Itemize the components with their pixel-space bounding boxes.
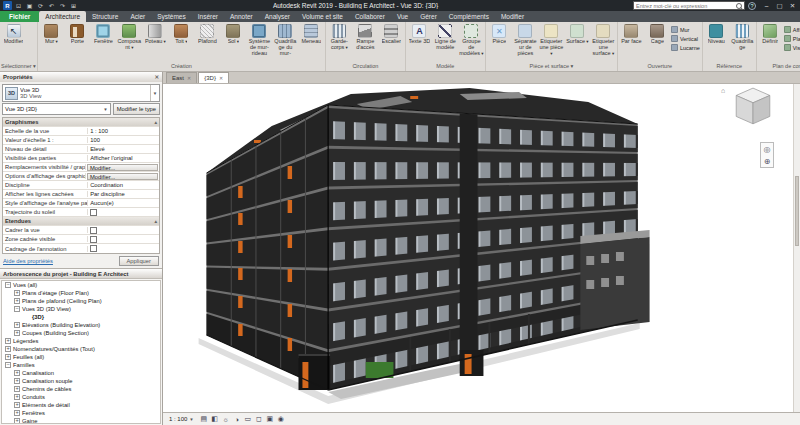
tree-expand-icon[interactable] [14, 370, 20, 376]
qat-icon[interactable]: ⟳ [36, 1, 45, 10]
tree-expand-icon[interactable] [14, 378, 20, 384]
tree-item[interactable]: Plans de plafond (Ceiling Plan) [2, 297, 160, 305]
tree-expand-icon[interactable] [14, 394, 20, 400]
ribbon-button[interactable]: Groupe de modèles [459, 23, 484, 56]
tree-item[interactable]: Fenêtres [2, 409, 160, 417]
ribbon-button[interactable]: Texte 3D [407, 23, 432, 56]
tree-expand-icon[interactable] [5, 354, 11, 360]
view-control-icon[interactable]: ◉ [276, 414, 286, 424]
tree-expand-icon[interactable] [14, 386, 20, 392]
qat-icon[interactable]: ⊡ [14, 1, 23, 10]
apply-button[interactable]: Appliquer [119, 256, 160, 266]
tree-expand-icon[interactable] [23, 314, 30, 321]
view-control-icon[interactable]: ◧ [210, 414, 220, 424]
ribbon-small-button[interactable]: Plan de référence [783, 34, 800, 43]
element-filter-dropdown[interactable]: Vue 3D {3D} ▼ [2, 103, 111, 115]
tree-expand-icon[interactable] [14, 418, 20, 424]
tree-expand-icon[interactable] [14, 290, 20, 296]
ribbon-tab[interactable]: Compléments [443, 11, 495, 22]
ribbon-button[interactable]: Par face [619, 23, 644, 56]
qat-icon[interactable]: ↶ [47, 1, 56, 10]
qat-icon[interactable]: ▣ [25, 1, 34, 10]
tree-item[interactable]: Gaine [2, 417, 160, 424]
ribbon-tab[interactable]: Volume et site [296, 11, 349, 22]
panel-label[interactable]: Sélectionner ▾ [1, 62, 36, 71]
ribbon-tab[interactable]: Acier [124, 11, 151, 22]
panel-label[interactable]: Modèle [407, 62, 484, 71]
ribbon-tab[interactable]: Vue [391, 11, 414, 22]
tree-expand-icon[interactable] [14, 298, 20, 304]
ribbon-small-button[interactable]: Afficher [783, 25, 800, 34]
viewcube-home-icon[interactable]: ⌂ [721, 87, 725, 94]
ribbon-tab[interactable]: Annoter [224, 11, 259, 22]
ribbon-button[interactable]: Définir [758, 23, 783, 56]
ribbon-button[interactable]: Etiqueter une surface [591, 23, 616, 56]
qat-icon[interactable]: ↷ [58, 1, 67, 10]
panel-label[interactable]: Référence [704, 62, 755, 71]
close-tab-icon[interactable]: ✕ [219, 75, 223, 81]
ribbon-button[interactable]: Plafond [195, 23, 220, 56]
close-tab-icon[interactable]: ✕ [187, 75, 191, 81]
search-input[interactable] [636, 3, 734, 9]
tree-item[interactable]: Feuilles (all) [2, 353, 160, 361]
zoom-icon[interactable]: ⊕ [761, 155, 773, 167]
ribbon-small-button[interactable]: Lucarne [670, 43, 701, 52]
chevron-down-icon[interactable]: ▼ [150, 85, 159, 101]
ribbon-small-button[interactable]: Visionneuse [783, 43, 800, 52]
tree-expand-icon[interactable] [14, 330, 20, 336]
tree-item[interactable]: Canalisation [2, 369, 160, 377]
panel-label[interactable]: Création [39, 62, 324, 71]
edit-type-button[interactable]: Modifier le type [113, 103, 160, 115]
view-control-icon[interactable]: ☼ [221, 414, 231, 424]
window-button[interactable]: ✕ [788, 2, 797, 10]
tree-item[interactable]: Canalisation souple [2, 377, 160, 385]
ribbon-button[interactable]: Composant [117, 23, 142, 56]
view-tab[interactable]: {3D} ✕ [198, 72, 229, 83]
search-icon[interactable] [736, 3, 742, 9]
qat-icon[interactable]: R [3, 1, 12, 10]
ribbon-button[interactable]: Porte [65, 23, 90, 56]
tree-expand-icon[interactable] [14, 410, 20, 416]
ribbon-button[interactable]: Quadrillage du mur-rideau [273, 23, 298, 56]
view-control-icon[interactable]: ◻ [254, 414, 264, 424]
tree-item[interactable]: Plans d'étage (Floor Plan) [2, 289, 160, 297]
tree-expand-icon[interactable] [14, 402, 20, 408]
scale-button[interactable]: 1 : 100 ▼ [166, 415, 197, 423]
ribbon-button[interactable]: Etiqueter une pièce [539, 23, 564, 56]
ribbon-tab[interactable]: Structure [86, 11, 124, 22]
ribbon-button[interactable]: Sol [221, 23, 246, 56]
tree-item[interactable]: Vues (all) [2, 281, 160, 289]
tree-item[interactable]: Nomenclatures/Quantités (Tout) [2, 345, 160, 353]
tree-expand-icon[interactable] [5, 362, 11, 368]
ribbon-button[interactable]: Garde-corps [327, 23, 352, 56]
panel-label[interactable]: Plan de construction [758, 62, 800, 71]
window-button[interactable]: – [762, 2, 771, 10]
tree-item[interactable]: Vues 3D (3D View) [2, 305, 160, 313]
ribbon-button[interactable]: Cage [645, 23, 670, 56]
tree-item[interactable]: Chemins de câbles [2, 385, 160, 393]
ribbon-button[interactable]: Ligne de modèle [433, 23, 458, 56]
scrollbar-thumb[interactable] [795, 176, 799, 246]
ribbon-button[interactable]: Quadrillage [730, 23, 755, 56]
tree-expand-icon[interactable] [5, 338, 11, 344]
view-tab[interactable]: East ✕ [166, 72, 197, 83]
properties-help-link[interactable]: Aide des propriétés [3, 258, 53, 264]
panel-label[interactable]: Circulation [327, 62, 404, 71]
tree-item[interactable]: Familles [2, 361, 160, 369]
qat-icon[interactable]: ⊞ [69, 1, 78, 10]
tree-item[interactable]: Légendes [2, 337, 160, 345]
ribbon-tab[interactable]: Systèmes [151, 11, 192, 22]
ribbon-tab[interactable]: Analyser [259, 11, 296, 22]
ribbon-button[interactable]: Pièce [487, 23, 512, 56]
ribbon-button[interactable]: Séparateur de pièces [513, 23, 538, 56]
tree-item[interactable]: Elévations (Building Elevation) [2, 321, 160, 329]
ribbon-small-button[interactable]: Vertical [670, 34, 701, 43]
ribbon-button[interactable]: Niveau [704, 23, 729, 56]
ribbon-button[interactable]: Meneau [299, 23, 324, 56]
tree-expand-icon[interactable] [5, 282, 11, 288]
model-3d-viewport[interactable] [163, 84, 793, 412]
help-icon[interactable]: ? [748, 2, 756, 10]
ribbon-button[interactable]: Système de mur-rideau [247, 23, 272, 56]
tree-item[interactable]: Eléments de détail [2, 401, 160, 409]
ribbon-button[interactable]: Toit [169, 23, 194, 56]
